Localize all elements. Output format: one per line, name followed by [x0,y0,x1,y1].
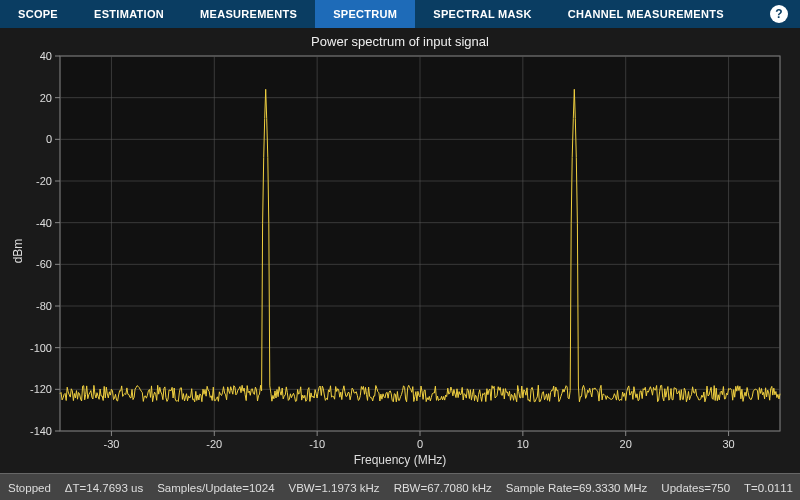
status-vbw: VBW=1.1973 kHz [289,482,380,494]
svg-text:-80: -80 [36,300,52,312]
status-bar: Stopped ΔT=14.7693 us Samples/Update=102… [0,473,800,500]
tab-channel-measurements[interactable]: CHANNEL MEASUREMENTS [550,0,742,28]
svg-text:30: 30 [722,438,734,450]
svg-text:-140: -140 [30,425,52,437]
status-state: Stopped [8,482,51,494]
svg-text:0: 0 [46,133,52,145]
status-samples: Samples/Update=1024 [157,482,274,494]
svg-text:-100: -100 [30,342,52,354]
status-rate: Sample Rate=69.3330 MHz [506,482,648,494]
tab-scope[interactable]: SCOPE [0,0,76,28]
status-dt: ΔT=14.7693 us [65,482,143,494]
svg-text:-20: -20 [206,438,222,450]
svg-text:40: 40 [40,50,52,62]
tab-measurements[interactable]: MEASUREMENTS [182,0,315,28]
tab-spectral-mask[interactable]: SPECTRAL MASK [415,0,549,28]
tab-estimation[interactable]: ESTIMATION [76,0,182,28]
chart-canvas: -30-20-100102030-140-120-100-80-60-40-20… [0,28,800,473]
svg-text:-20: -20 [36,175,52,187]
tab-bar: SCOPE ESTIMATION MEASUREMENTS SPECTRUM S… [0,0,800,28]
help-button[interactable]: ? [758,0,800,28]
tab-spectrum[interactable]: SPECTRUM [315,0,415,28]
status-updates: Updates=750 [661,482,730,494]
svg-text:-10: -10 [309,438,325,450]
status-rbw: RBW=67.7080 kHz [394,482,492,494]
svg-text:-120: -120 [30,383,52,395]
svg-text:-40: -40 [36,217,52,229]
svg-text:-30: -30 [103,438,119,450]
spectrum-plot[interactable]: Power spectrum of input signal dBm Frequ… [0,28,800,473]
svg-text:0: 0 [417,438,423,450]
status-t: T=0.0111 [744,482,793,494]
help-icon: ? [770,5,788,23]
svg-text:-60: -60 [36,258,52,270]
svg-text:20: 20 [620,438,632,450]
svg-text:10: 10 [517,438,529,450]
svg-text:20: 20 [40,92,52,104]
